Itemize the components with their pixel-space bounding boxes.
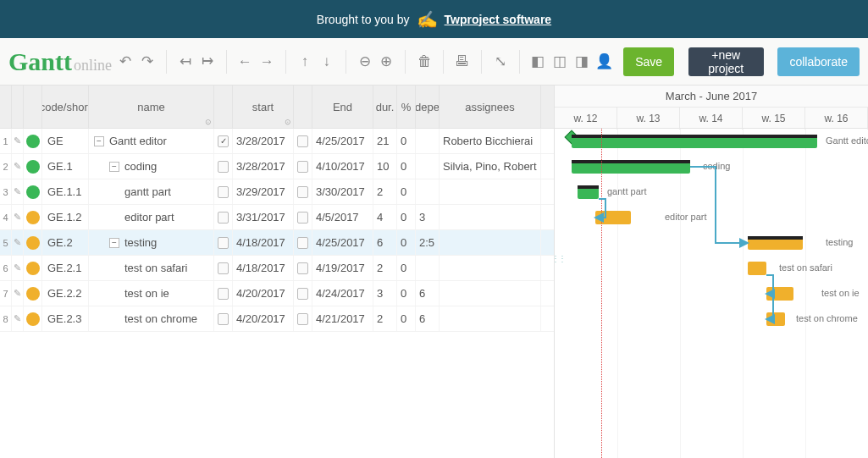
depends[interactable] xyxy=(416,154,440,179)
start-milestone-checkbox[interactable]: ✓ xyxy=(214,129,233,153)
start-date[interactable]: 3/29/2017 xyxy=(233,179,294,204)
edit-icon[interactable]: ✎ xyxy=(12,256,24,280)
insert-above-button[interactable]: ↤ xyxy=(177,51,194,73)
edit-icon[interactable]: ✎ xyxy=(12,306,24,331)
edit-icon[interactable]: ✎ xyxy=(12,179,24,204)
twproject-link[interactable]: Twproject software xyxy=(445,13,552,26)
task-row[interactable]: 2✎GE.1−coding3/28/20174/10/2017100Silvia… xyxy=(0,154,554,179)
progress[interactable]: 0 xyxy=(397,129,416,153)
undo-button[interactable]: ↶ xyxy=(117,51,134,73)
move-down-button[interactable]: ↓ xyxy=(318,51,335,73)
end-date[interactable]: 4/24/2017 xyxy=(312,281,373,306)
indent-button[interactable]: → xyxy=(258,51,275,73)
header-assignees[interactable]: assignees xyxy=(440,86,541,128)
task-code[interactable]: GE.1.1 xyxy=(42,179,89,204)
assignees[interactable]: Roberto Bicchierai xyxy=(440,129,541,153)
duration[interactable]: 2 xyxy=(373,179,397,204)
end-date[interactable]: 4/5/2017 xyxy=(312,205,373,229)
task-row[interactable]: 5✎GE.2−testing4/18/20174/25/2017602:5 xyxy=(0,230,554,256)
depends[interactable]: 2:5 xyxy=(416,230,440,255)
depends[interactable] xyxy=(416,179,440,204)
duration[interactable]: 10 xyxy=(373,154,397,179)
task-row[interactable]: 1✎GE−Gantt editor✓3/28/20174/25/2017210R… xyxy=(0,129,554,154)
task-name[interactable]: editor part xyxy=(89,205,214,229)
start-milestone-checkbox[interactable] xyxy=(214,230,233,255)
edit-icon[interactable]: ✎ xyxy=(12,281,24,306)
task-code[interactable]: GE xyxy=(42,129,89,153)
outdent-button[interactable]: ← xyxy=(236,51,253,73)
status-dot[interactable] xyxy=(24,256,42,280)
end-date[interactable]: 4/19/2017 xyxy=(312,256,373,280)
start-milestone-checkbox[interactable] xyxy=(214,205,233,229)
progress[interactable]: 0 xyxy=(397,256,416,280)
header-code[interactable]: code/short xyxy=(42,86,89,128)
end-milestone-checkbox[interactable] xyxy=(294,230,312,255)
progress[interactable]: 0 xyxy=(397,205,416,229)
critical-path-button[interactable]: ⤡ xyxy=(492,51,509,73)
task-name[interactable]: gantt part xyxy=(89,179,214,204)
task-code[interactable]: GE.2.2 xyxy=(42,281,89,306)
start-date[interactable]: 4/18/2017 xyxy=(233,256,294,280)
insert-below-button[interactable]: ↦ xyxy=(199,51,216,73)
collapse-icon[interactable]: − xyxy=(109,238,119,248)
header-start[interactable]: start⊙ xyxy=(233,86,294,128)
task-row[interactable]: 8✎GE.2.3test on chrome4/20/20174/21/2017… xyxy=(0,306,554,332)
gantt-bar[interactable] xyxy=(572,135,817,148)
end-date[interactable]: 3/30/2017 xyxy=(312,179,373,204)
expand-icon[interactable]: ⊙ xyxy=(285,118,291,126)
week-header[interactable]: w. 13 xyxy=(617,108,680,130)
redo-button[interactable]: ↷ xyxy=(139,51,156,73)
header-depends[interactable]: depe xyxy=(416,86,440,128)
task-row[interactable]: 7✎GE.2.2test on ie4/20/20174/24/2017306 xyxy=(0,281,554,306)
task-code[interactable]: GE.2.1 xyxy=(42,256,89,280)
status-dot[interactable] xyxy=(24,179,42,204)
start-milestone-checkbox[interactable] xyxy=(214,306,233,331)
progress[interactable]: 0 xyxy=(397,281,416,306)
start-date[interactable]: 4/18/2017 xyxy=(233,230,294,255)
end-date[interactable]: 4/21/2017 xyxy=(312,306,373,331)
assignees[interactable]: Silvia, Pino, Robert xyxy=(440,154,541,179)
start-milestone-checkbox[interactable] xyxy=(214,281,233,306)
progress[interactable]: 0 xyxy=(397,154,416,179)
depends[interactable]: 6 xyxy=(416,281,440,306)
start-date[interactable]: 3/28/2017 xyxy=(233,154,294,179)
start-date[interactable]: 4/20/2017 xyxy=(233,281,294,306)
print-button[interactable]: 🖶 xyxy=(454,51,471,73)
task-name[interactable]: test on chrome xyxy=(89,306,214,331)
end-milestone-checkbox[interactable] xyxy=(294,256,312,280)
status-dot[interactable] xyxy=(24,129,42,153)
status-dot[interactable] xyxy=(24,230,42,255)
duration[interactable]: 21 xyxy=(373,129,397,153)
gantt-bar[interactable] xyxy=(766,287,793,301)
task-code[interactable]: GE.1 xyxy=(42,154,89,179)
task-code[interactable]: GE.2 xyxy=(42,230,89,255)
status-dot[interactable] xyxy=(24,306,42,331)
duration[interactable]: 2 xyxy=(373,306,397,331)
edit-icon[interactable]: ✎ xyxy=(12,230,24,255)
header-duration[interactable]: dur. xyxy=(373,86,397,128)
task-row[interactable]: 3✎GE.1.1gantt part3/29/20173/30/201720 xyxy=(0,179,554,205)
expand-icon[interactable]: ⊙ xyxy=(205,118,212,126)
assignees[interactable] xyxy=(440,230,541,255)
gantt-bar[interactable] xyxy=(748,262,766,275)
duration[interactable]: 3 xyxy=(373,281,397,306)
task-name[interactable]: −coding xyxy=(89,154,214,179)
edit-icon[interactable]: ✎ xyxy=(12,205,24,229)
status-dot[interactable] xyxy=(24,154,42,179)
start-milestone-checkbox[interactable] xyxy=(214,256,233,280)
progress[interactable]: 0 xyxy=(397,230,416,255)
end-date[interactable]: 4/25/2017 xyxy=(312,129,373,153)
move-up-button[interactable]: ↑ xyxy=(296,51,313,73)
end-date[interactable]: 4/25/2017 xyxy=(312,230,373,255)
duration[interactable]: 6 xyxy=(373,230,397,255)
assignees[interactable] xyxy=(440,179,541,204)
header-end[interactable]: End xyxy=(312,86,373,128)
week-header[interactable]: w. 14 xyxy=(680,108,743,130)
task-name[interactable]: test on safari xyxy=(89,256,214,280)
task-name[interactable]: −Gantt editor xyxy=(89,129,214,153)
assignees[interactable] xyxy=(440,306,541,331)
collapse-icon[interactable]: − xyxy=(109,162,119,172)
duration[interactable]: 2 xyxy=(373,256,397,280)
duration[interactable]: 4 xyxy=(373,205,397,229)
task-name[interactable]: test on ie xyxy=(89,281,214,306)
